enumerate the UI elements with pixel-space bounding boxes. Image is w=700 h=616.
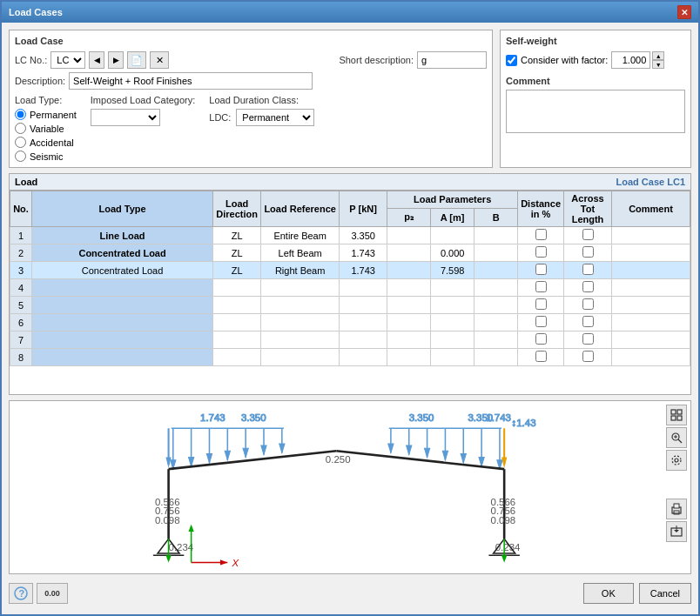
col-e-header: p₂ [387,208,431,226]
lc-delete-btn[interactable]: ✕ [150,51,169,69]
table-row[interactable]: 6 [10,314,690,331]
lc-next-btn[interactable]: ▶ [108,51,124,69]
col-d-header: P [kN] [340,191,387,227]
svg-point-61 [675,459,678,462]
cell-no: 8 [10,349,32,366]
viz-zoom-fit-btn[interactable] [666,405,687,425]
across-checkbox[interactable] [582,229,594,240]
dist-checkbox[interactable] [535,281,547,292]
dist-checkbox[interactable] [535,246,547,258]
cell-empty [475,279,518,297]
table-row[interactable]: 5 [10,297,690,314]
radio-variable-label: Variable [30,124,64,134]
lc-select[interactable]: LC1 [50,51,85,69]
self-weight-title: Self-weight [506,36,685,46]
help-button[interactable]: ? [9,583,33,604]
cell-dist [518,227,564,244]
imposed-label: Imposed Load Category: [91,95,195,105]
svg-text:?: ? [19,588,25,599]
dist-checkbox[interactable] [535,298,547,310]
svg-rect-54 [677,410,682,414]
consider-checkbox[interactable] [506,55,517,66]
lc-new-btn[interactable]: 📄 [127,51,146,69]
table-row[interactable]: 4 [10,279,690,297]
cell-no: 2 [10,244,32,262]
across-checkbox[interactable] [582,246,594,258]
across-checkbox[interactable] [582,316,594,327]
cell-load-type: Concentrated Load [32,262,213,279]
viz-print-btn[interactable] [666,499,687,519]
spin-down-btn[interactable]: ▼ [652,60,664,69]
cell-p2 [387,262,431,279]
cell-empty [475,331,518,349]
imposed-select[interactable] [91,109,160,126]
across-checkbox[interactable] [582,333,594,345]
cell-empty [261,314,340,331]
dist-checkbox[interactable] [535,316,547,327]
viz-export-btn[interactable] [666,521,687,542]
dist-checkbox[interactable] [535,351,547,362]
across-checkbox[interactable] [582,281,594,292]
across-checkbox[interactable] [582,264,594,275]
load-type-section: Load Type: Permanent Variable [15,95,487,162]
load-header: Load Load Case LC1 [10,174,690,191]
table-row[interactable]: 3 Concentrated Load ZL Right Beam 1.743 … [10,262,690,279]
cancel-button[interactable]: Cancel [639,583,691,604]
radio-permanent-input[interactable] [15,109,26,120]
cell-a: 7.598 [431,262,475,279]
svg-text:↕1.43: ↕1.43 [511,418,535,428]
across-checkbox[interactable] [582,351,594,362]
col-c-header: Load Reference [261,191,340,227]
ldc-select[interactable]: Permanent [236,109,314,126]
cell-direction: ZL [213,227,261,244]
cell-empty [261,331,340,349]
radio-seismic-input[interactable] [15,151,26,162]
desc-input[interactable] [69,72,313,90]
zero-button[interactable]: 0.00 [37,583,68,604]
duration-group: Load Duration Class: LDC: Permanent [209,95,314,162]
cell-empty [612,314,690,331]
table-row[interactable]: 2 Concentrated Load ZL Left Beam 1.743 0… [10,244,690,262]
col-load-params-header: Load Parameters [387,191,518,209]
table-row[interactable]: 8 [10,349,690,366]
cell-empty [475,314,518,331]
short-desc-input[interactable] [417,51,487,69]
cell-empty [431,297,475,314]
col-f-header: A [m] [431,208,475,226]
cell-empty [387,349,431,366]
lc-prev-btn[interactable]: ◀ [89,51,104,69]
cell-p: 3.350 [340,227,387,244]
radio-accidental: Accidental [15,137,77,148]
cell-empty [564,349,612,366]
cell-empty [518,314,564,331]
cell-empty [612,279,690,297]
ldc-label: LDC: [209,112,231,123]
comment-textarea[interactable] [506,90,685,133]
viz-settings-btn[interactable] [666,450,687,471]
x-axis-label: X [232,558,239,568]
dist-checkbox[interactable] [535,333,547,345]
radio-accidental-input[interactable] [15,137,26,148]
viz-zoom-in-btn[interactable] [666,427,687,448]
dist-checkbox[interactable] [535,264,547,275]
table-row[interactable]: 7 [10,331,690,349]
col-j-header: Comment [612,191,690,227]
cell-across [564,227,612,244]
radio-permanent: Permanent [15,109,77,120]
cell-empty [387,297,431,314]
svg-text:3.350: 3.350 [241,412,266,423]
cell-no: 6 [10,314,32,331]
consider-label: Consider with factor: [521,55,608,65]
ok-button[interactable]: OK [583,583,634,604]
table-container: No. Load Type LoadDirection Load Referen… [10,191,690,394]
spin-up-btn[interactable]: ▲ [652,51,664,60]
across-checkbox[interactable] [582,298,594,310]
cell-empty [564,314,612,331]
cell-empty [261,279,340,297]
close-button[interactable]: ✕ [677,5,691,19]
radio-variable-input[interactable] [15,123,26,134]
factor-input[interactable] [611,51,650,69]
table-row[interactable]: 1 Line Load ZL Entire Beam 3.350 [10,227,690,244]
cell-p2 [387,227,431,244]
dist-checkbox[interactable] [535,229,547,240]
